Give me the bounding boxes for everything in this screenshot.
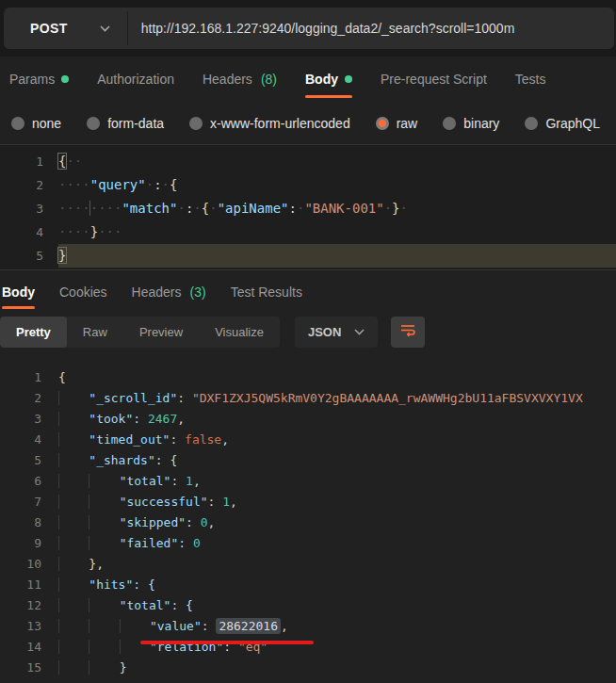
tab-tests[interactable]: Tests bbox=[515, 57, 546, 102]
radio-button bbox=[11, 117, 24, 130]
token-str: "DXF1ZXJ5QW5kRmV0Y2gBAAAAAAA_rwAWWHg2bU1… bbox=[192, 391, 583, 405]
method-selector[interactable]: POST bbox=[4, 8, 127, 49]
tab-params[interactable]: Params bbox=[9, 57, 69, 102]
body-mode-binary[interactable]: binary bbox=[443, 116, 499, 131]
line-number: 6 bbox=[0, 471, 41, 492]
token-sp bbox=[89, 515, 119, 529]
code-line: 12 "total": { bbox=[0, 595, 616, 616]
token-ws: · bbox=[400, 201, 408, 216]
token-key: "timed_out" bbox=[89, 432, 170, 447]
token-key: "apiName" bbox=[218, 201, 289, 216]
body-mode-form-data[interactable]: form-data bbox=[87, 116, 164, 131]
line-number: 4 bbox=[0, 220, 43, 244]
view-tab-preview[interactable]: Preview bbox=[123, 317, 199, 348]
token-punc: : bbox=[178, 536, 193, 550]
code-line: 3········"match"·:·{·"apiName":·"BANK-00… bbox=[0, 197, 616, 220]
response-tabs: BodyCookiesHeaders(3)Test Results bbox=[0, 269, 616, 313]
token-punc: : bbox=[186, 515, 201, 529]
radio-button bbox=[376, 117, 389, 130]
method-label: POST bbox=[30, 21, 68, 36]
code-content: } bbox=[58, 244, 616, 268]
line-number: 3 bbox=[0, 197, 43, 220]
body-mode-label: binary bbox=[463, 116, 499, 131]
radio-button bbox=[189, 117, 203, 130]
url-input[interactable]: http://192.168.1.227:9240/logging_data2/… bbox=[128, 8, 614, 49]
token-punc: { bbox=[170, 177, 177, 192]
line-number: 2 bbox=[0, 173, 43, 197]
response-tab-test-results[interactable]: Test Results bbox=[231, 270, 302, 313]
token-key: "_scroll_id" bbox=[89, 391, 177, 405]
tab-label: Headers bbox=[132, 285, 182, 300]
radio-button bbox=[87, 117, 100, 130]
body-mode-x-www-form-urlencoded[interactable]: x-www-form-urlencoded bbox=[189, 116, 350, 131]
response-tab-cookies[interactable]: Cookies bbox=[59, 270, 107, 313]
code-line: 1{ bbox=[0, 367, 616, 388]
line-number: 1 bbox=[0, 150, 43, 173]
token-key: "total" bbox=[120, 598, 171, 612]
line-number: 15 bbox=[0, 658, 41, 677]
code-content: "total": 1, bbox=[58, 471, 616, 492]
token-num: 0 bbox=[193, 536, 201, 550]
wrap-lines-button[interactable] bbox=[391, 317, 425, 348]
token-punc: { bbox=[202, 201, 209, 216]
code-content: ····}··· bbox=[58, 220, 616, 244]
code-line: 13 "value": 28622016, bbox=[0, 616, 616, 637]
token-punc: : bbox=[289, 201, 297, 216]
code-line: 2 "_scroll_id": "DXF1ZXJ5QW5kRmV0Y2gBAAA… bbox=[0, 388, 616, 409]
token-sp bbox=[89, 640, 119, 654]
request-body-editor[interactable]: 1{··2····"query"·:·{3········"match"·:·{… bbox=[0, 145, 616, 269]
token-ws: · bbox=[177, 201, 185, 216]
code-line: 9 "failed": 0 bbox=[0, 533, 616, 554]
body-mode-graphql[interactable]: GraphQL bbox=[525, 116, 600, 131]
response-body-viewer[interactable]: 1{2 "_scroll_id": "DXF1ZXJ5QW5kRmV0Y2gBA… bbox=[0, 356, 616, 677]
code-line: 4····}··· bbox=[0, 220, 616, 244]
token-punc: }, bbox=[89, 557, 104, 571]
token-punc: } bbox=[90, 224, 98, 239]
view-tab-raw[interactable]: Raw bbox=[67, 317, 123, 348]
line-number: 5 bbox=[0, 450, 41, 471]
tab-label: Test Results bbox=[231, 285, 302, 300]
format-dropdown[interactable]: JSON bbox=[295, 317, 378, 348]
response-tab-headers[interactable]: Headers(3) bbox=[132, 270, 206, 313]
token-ws: · bbox=[193, 201, 201, 216]
tab-authorization[interactable]: Authorization bbox=[97, 57, 174, 102]
tab-body[interactable]: Body bbox=[305, 57, 352, 102]
response-view-switcher: PrettyRawPreviewVisualize bbox=[0, 317, 280, 348]
tab-label: Body bbox=[305, 72, 338, 87]
body-mode-raw[interactable]: raw bbox=[376, 116, 418, 131]
green-status-dot bbox=[345, 75, 352, 83]
token-ind: ···· bbox=[89, 201, 122, 216]
body-mode-selector: noneform-datax-www-form-urlencodedrawbin… bbox=[0, 102, 616, 145]
tab-label: Headers bbox=[203, 72, 252, 87]
view-tab-pretty[interactable]: Pretty bbox=[0, 317, 67, 348]
tab-pre-request-script[interactable]: Pre-request Script bbox=[381, 57, 487, 102]
line-number: 2 bbox=[0, 388, 41, 409]
code-content: "took": 2467, bbox=[58, 409, 616, 430]
code-line: 5 "_shards": { bbox=[0, 450, 616, 471]
token-punc: : bbox=[202, 619, 217, 633]
token-sp bbox=[58, 557, 89, 571]
code-line: 7 "successful": 1, bbox=[0, 492, 616, 512]
line-number: 5 bbox=[0, 244, 43, 268]
code-content: "skipped": 0, bbox=[58, 512, 616, 533]
code-line: 6 "total": 1, bbox=[0, 471, 616, 492]
token-punc: : { bbox=[170, 598, 192, 612]
token-punc: { bbox=[58, 370, 66, 384]
body-mode-none[interactable]: none bbox=[11, 116, 61, 131]
token-punc: : { bbox=[155, 453, 177, 467]
token-num: 0 bbox=[201, 515, 208, 529]
token-sp bbox=[58, 391, 89, 405]
response-tab-body[interactable]: Body bbox=[2, 270, 35, 313]
line-number: 13 bbox=[0, 616, 41, 637]
wrap-lines-icon bbox=[398, 320, 417, 343]
tab-label: Authorization bbox=[97, 72, 174, 87]
token-key: "total" bbox=[120, 474, 171, 488]
line-number: 11 bbox=[0, 575, 41, 595]
token-key: "value" bbox=[150, 619, 202, 633]
token-sp bbox=[89, 619, 119, 633]
red-underline-annotation bbox=[140, 641, 314, 644]
tab-headers[interactable]: Headers(8) bbox=[203, 57, 277, 102]
token-sp bbox=[89, 495, 119, 509]
tab-count-badge: (8) bbox=[261, 72, 277, 87]
view-tab-visualize[interactable]: Visualize bbox=[199, 317, 280, 348]
